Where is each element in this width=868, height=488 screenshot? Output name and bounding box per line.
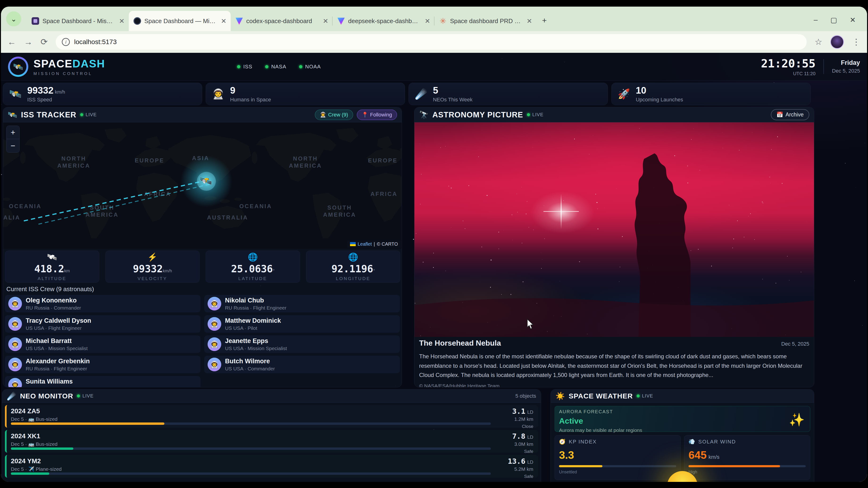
utc-time: UTC 11:20 xyxy=(761,71,815,76)
rocket-icon: 🚀 xyxy=(618,88,630,100)
reload-button[interactable]: ⟳ xyxy=(40,37,48,47)
solar-wind-card: 💨SOLAR WIND 645km/s High xyxy=(684,435,810,480)
iss-panel-title: ISS TRACKER xyxy=(21,110,76,119)
iss-marker-icon: 🛰️ xyxy=(199,175,212,187)
iss-tracker-panel: 🛰️ ISS TRACKER LIVE 👨‍🚀Crew (9) 📍Followi… xyxy=(3,107,402,387)
aurora-forecast-card: AURORA FORECAST Active Aurora may be vis… xyxy=(555,406,810,432)
status-label: NASA xyxy=(271,64,286,70)
tab-search-button[interactable]: ⌄ xyxy=(6,11,21,26)
bookmark-star-icon[interactable]: ☆ xyxy=(815,37,822,47)
spacedash-app: 🛰️ SPACEDASH MISSION CONTROL ISS NASA NO… xyxy=(1,53,867,482)
local-time: 21:20:55 xyxy=(761,57,815,70)
tab-title: Space Dashboard - Mission Co xyxy=(42,18,116,25)
crew-row[interactable]: 👨‍🚀 Alexander GrebenkinRU Russia · Fligh… xyxy=(5,356,200,373)
telescope-icon: 🔭 xyxy=(419,110,429,119)
new-tab-button[interactable]: + xyxy=(542,16,547,25)
kp-index-card: 🧭KP INDEX 3.3 Unsettled xyxy=(555,435,681,480)
address-bar[interactable]: i localhost:5173 xyxy=(56,34,807,50)
leaflet-link[interactable]: Leaflet xyxy=(358,241,372,247)
maximize-button[interactable]: ▢ xyxy=(831,16,837,24)
crew-row[interactable]: 👨‍🚀 Matthew DominickUS USA · Pilot xyxy=(204,315,400,333)
tab-4[interactable]: deepseek-space-dashboard-2 ✕ xyxy=(333,11,434,31)
stat-iss-speed: 🛰️ 99332km/h ISS Speed xyxy=(3,83,202,105)
comet-icon: ☄️ xyxy=(415,88,427,100)
live-dot xyxy=(77,394,80,397)
svg-text:AMERICA: AMERICA xyxy=(289,162,322,169)
crew-row[interactable]: 👨‍🚀 Jeanette EppsUS USA · Mission Specia… xyxy=(204,335,400,353)
solar-wind-bar xyxy=(688,465,806,467)
compass-icon: 🧭 xyxy=(559,439,566,445)
telemetry-altitude: 🛰️ 418.2km ALTITUDE xyxy=(5,251,99,283)
crew-row[interactable]: 👨‍🚀 Michael BarrattUS USA · Mission Spec… xyxy=(5,335,200,353)
svg-text:AMERICA: AMERICA xyxy=(323,212,356,218)
apod-image[interactable] xyxy=(414,122,814,337)
crew-heading: Current ISS Crew (9 astronauts) xyxy=(6,286,94,293)
close-tab-icon[interactable]: ✕ xyxy=(425,17,430,25)
neo-panel-title: NEO MONITOR xyxy=(20,392,73,400)
status-label: NOAA xyxy=(305,64,321,70)
weather-panel-title: SPACE WEATHER xyxy=(569,392,633,400)
url-text: localhost:5173 xyxy=(74,38,117,46)
astronaut-avatar: 👨‍🚀 xyxy=(208,337,221,351)
screenshot-favicon xyxy=(32,17,39,25)
iss-map[interactable]: NORTHAMERICAEUROPEASIAAFRICASOUTHAMERICA… xyxy=(3,122,402,249)
close-tab-icon[interactable]: ✕ xyxy=(221,17,226,25)
tab-3[interactable]: codex-space-dashboard ✕ xyxy=(231,11,333,31)
astronaut-avatar: 👨‍🚀 xyxy=(8,358,22,371)
close-tab-icon[interactable]: ✕ xyxy=(119,17,125,25)
stat-value: 10 xyxy=(636,85,646,96)
planet-favicon xyxy=(133,17,141,25)
map-zoom-out-button[interactable]: − xyxy=(7,139,19,152)
following-badge[interactable]: 📍Following xyxy=(357,110,397,120)
app-title: SPACEDASH xyxy=(33,57,105,70)
neo-distance-bar xyxy=(11,448,491,450)
lightning-icon: ⚡ xyxy=(148,252,157,262)
crew-badge[interactable]: 👨‍🚀Crew (9) xyxy=(315,110,353,120)
live-label: LIVE xyxy=(532,112,544,118)
carto-link[interactable]: © CARTO xyxy=(377,241,398,247)
astronaut-avatar: 👨‍🚀 xyxy=(208,317,221,331)
close-tab-icon[interactable]: ✕ xyxy=(527,17,532,25)
satellite-logo-icon: 🛰️ xyxy=(13,62,23,71)
map-zoom-in-button[interactable]: + xyxy=(7,126,19,139)
globe-icon: 🌐 xyxy=(248,252,258,262)
svg-text:OCEANIA: OCEANIA xyxy=(239,203,272,209)
map-attribution: Leaflet | © CARTO xyxy=(347,240,401,248)
mouse-cursor xyxy=(526,319,536,330)
astronaut-avatar: 👨‍🚀 xyxy=(208,297,221,311)
vite-favicon xyxy=(337,17,345,25)
tab-title: Space dashboard PRD with live xyxy=(450,18,523,25)
stat-neos: ☄️ 5 NEOs This Week xyxy=(408,83,608,105)
satellite-icon: 🛰️ xyxy=(8,110,17,119)
archive-button[interactable]: 📅Archive xyxy=(771,109,809,120)
tab-5[interactable]: ✳ Space dashboard PRD with live ✕ xyxy=(434,11,536,31)
crew-list: 👨‍🚀 Oleg KononenkoRU Russia · Commander … xyxy=(5,295,400,387)
svg-text:EUROPE: EUROPE xyxy=(135,157,164,164)
live-label: LIVE xyxy=(86,112,97,118)
globe-icon: 🌐 xyxy=(348,252,358,262)
telemetry-latitude: 🌐 25.0636° LATITUDE xyxy=(206,251,300,283)
tab-1[interactable]: Space Dashboard - Mission Co ✕ xyxy=(27,11,129,31)
svg-text:AUSTRALIA: AUSTRALIA xyxy=(3,214,20,221)
crew-row[interactable]: 👨‍🚀 Nikolai ChubRU Russia · Flight Engin… xyxy=(204,295,400,312)
svg-text:NORTH: NORTH xyxy=(293,155,318,162)
back-button[interactable]: ← xyxy=(7,37,16,47)
close-window-button[interactable]: ✕ xyxy=(850,16,856,24)
svg-text:NORTH: NORTH xyxy=(61,155,86,162)
satellite-icon: 🛰️ xyxy=(47,252,57,262)
stat-label: NEOs This Week xyxy=(433,97,472,103)
tab-2-active[interactable]: Space Dashboard — Mission Co ✕ xyxy=(129,11,231,31)
crew-row[interactable]: 👨‍🚀 Oleg KononenkoRU Russia · Commander xyxy=(5,295,200,312)
close-tab-icon[interactable]: ✕ xyxy=(323,17,328,25)
profile-avatar[interactable] xyxy=(830,35,844,49)
horsehead-silhouette xyxy=(414,122,814,337)
crew-row[interactable]: 👨‍🚀 Tracy Caldwell DysonUS USA · Flight … xyxy=(5,315,200,333)
browser-menu-icon[interactable]: ⋮ xyxy=(852,37,861,47)
crew-row[interactable]: 👨‍🚀 Butch WilmoreUS USA · Commander xyxy=(204,356,400,373)
neo-distance-bar xyxy=(11,473,491,475)
telemetry-longitude: 🌐 92.1196° LONGITUDE xyxy=(306,251,401,283)
crew-row[interactable]: 👨‍🚀 Sunita WilliamsUS USA · Pilot xyxy=(5,376,200,387)
minimize-button[interactable]: – xyxy=(814,16,818,24)
site-info-icon[interactable]: i xyxy=(62,38,70,46)
forward-button[interactable]: → xyxy=(24,37,33,47)
